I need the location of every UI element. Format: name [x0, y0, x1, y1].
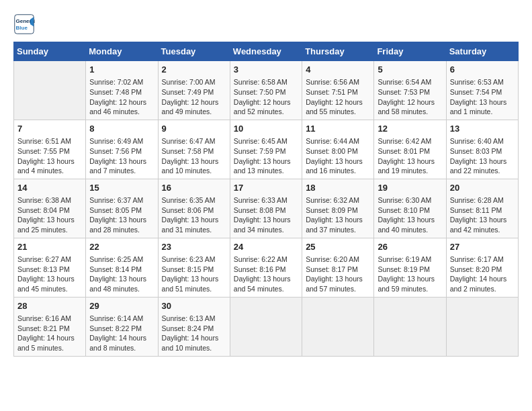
day-number: 19 [378, 182, 442, 194]
calendar-cell: 23Sunrise: 6:23 AMSunset: 8:15 PMDayligh… [158, 238, 230, 297]
day-info: Sunrise: 6:47 AM [162, 136, 226, 146]
logo-icon: General Blue [13, 13, 35, 35]
day-number: 16 [162, 182, 226, 194]
day-info: Sunrise: 6:56 AM [306, 77, 370, 87]
calendar-cell: 26Sunrise: 6:19 AMSunset: 8:19 PMDayligh… [374, 238, 446, 297]
day-info: Sunrise: 6:16 AM [17, 314, 82, 324]
day-info: Sunrise: 6:13 AM [162, 314, 226, 324]
day-info: Sunset: 7:59 PM [234, 146, 298, 156]
day-info: Daylight: 12 hours [162, 97, 226, 107]
calendar-cell: 17Sunrise: 6:33 AMSunset: 8:08 PMDayligh… [230, 179, 302, 238]
day-info: Sunrise: 6:45 AM [234, 136, 298, 146]
day-info: Sunrise: 6:51 AM [17, 136, 82, 146]
day-info: and 31 minutes. [162, 225, 226, 235]
day-info: Sunset: 7:54 PM [450, 87, 515, 97]
day-info: Sunset: 8:20 PM [450, 265, 515, 275]
day-info: Sunset: 7:49 PM [162, 87, 226, 97]
day-info: and 19 minutes. [378, 166, 442, 176]
day-info: Sunrise: 6:37 AM [89, 195, 154, 205]
day-info: and 25 minutes. [17, 225, 82, 235]
day-number: 24 [234, 241, 298, 253]
day-info: Sunset: 8:22 PM [89, 324, 154, 334]
day-info: and 4 minutes. [17, 166, 82, 176]
calendar-cell: 16Sunrise: 6:35 AMSunset: 8:06 PMDayligh… [158, 179, 230, 238]
day-info: Sunrise: 7:02 AM [89, 77, 154, 87]
day-info: Daylight: 13 hours [306, 156, 370, 167]
calendar-cell: 10Sunrise: 6:45 AMSunset: 7:59 PMDayligh… [230, 120, 302, 179]
day-number: 13 [450, 123, 515, 135]
calendar-cell: 22Sunrise: 6:25 AMSunset: 8:14 PMDayligh… [86, 238, 158, 297]
page-header: General Blue [13, 13, 519, 35]
day-info: Sunrise: 6:25 AM [89, 255, 154, 265]
day-info: Sunrise: 6:19 AM [378, 255, 442, 265]
day-info: and 42 minutes. [450, 225, 515, 235]
day-info: and 34 minutes. [234, 225, 298, 235]
day-info: Sunset: 8:15 PM [162, 265, 226, 275]
day-info: Daylight: 13 hours [234, 274, 298, 284]
day-info: Daylight: 13 hours [450, 156, 515, 167]
day-info: and 49 minutes. [162, 107, 226, 117]
calendar-cell [374, 297, 446, 356]
day-info: Sunset: 8:09 PM [306, 205, 370, 216]
day-number: 7 [17, 123, 82, 135]
day-info: Daylight: 13 hours [234, 215, 298, 225]
day-info: Sunset: 7:58 PM [162, 146, 226, 156]
calendar-cell: 18Sunrise: 6:32 AMSunset: 8:09 PMDayligh… [302, 179, 374, 238]
day-info: Daylight: 13 hours [17, 156, 82, 167]
day-info: Daylight: 14 hours [89, 333, 154, 343]
day-info: Sunrise: 6:49 AM [89, 136, 154, 146]
day-info: and 59 minutes. [378, 284, 442, 294]
day-info: and 55 minutes. [306, 107, 370, 117]
day-info: and 16 minutes. [306, 166, 370, 176]
day-info: and 54 minutes. [234, 284, 298, 294]
day-info: and 22 minutes. [450, 166, 515, 176]
calendar-week-row: 14Sunrise: 6:38 AMSunset: 8:04 PMDayligh… [14, 179, 519, 238]
calendar-week-row: 21Sunrise: 6:27 AMSunset: 8:13 PMDayligh… [14, 238, 519, 297]
calendar-cell: 25Sunrise: 6:20 AMSunset: 8:17 PMDayligh… [302, 238, 374, 297]
calendar-cell: 9Sunrise: 6:47 AMSunset: 7:58 PMDaylight… [158, 120, 230, 179]
day-info: Daylight: 13 hours [89, 215, 154, 225]
calendar-cell: 4Sunrise: 6:56 AMSunset: 7:51 PMDaylight… [302, 61, 374, 120]
day-info: and 13 minutes. [234, 166, 298, 176]
day-info: Sunset: 8:08 PM [234, 205, 298, 216]
day-info: Sunset: 8:05 PM [89, 205, 154, 216]
day-info: and 2 minutes. [450, 284, 515, 294]
day-info: Sunset: 8:00 PM [306, 146, 370, 156]
calendar-cell: 2Sunrise: 7:00 AMSunset: 7:49 PMDaylight… [158, 61, 230, 120]
day-info: Daylight: 13 hours [450, 215, 515, 225]
calendar-header-row: SundayMondayTuesdayWednesdayThursdayFrid… [14, 42, 519, 61]
day-info: Sunset: 7:53 PM [378, 87, 442, 97]
calendar-cell: 6Sunrise: 6:53 AMSunset: 7:54 PMDaylight… [446, 61, 518, 120]
day-info: Daylight: 12 hours [89, 97, 154, 107]
day-number: 29 [89, 300, 154, 312]
day-info: Sunrise: 6:14 AM [89, 314, 154, 324]
day-info: Sunrise: 6:42 AM [378, 136, 442, 146]
weekday-header: Wednesday [230, 42, 302, 61]
day-info: Daylight: 12 hours [234, 97, 298, 107]
day-info: Daylight: 13 hours [450, 97, 515, 107]
day-info: Sunset: 8:10 PM [378, 205, 442, 216]
calendar-week-row: 7Sunrise: 6:51 AMSunset: 7:55 PMDaylight… [14, 120, 519, 179]
day-info: Daylight: 13 hours [306, 274, 370, 284]
day-info: and 28 minutes. [89, 225, 154, 235]
day-info: and 10 minutes. [162, 166, 226, 176]
day-info: Sunrise: 6:17 AM [450, 255, 515, 265]
day-info: and 1 minute. [450, 107, 515, 117]
day-info: and 40 minutes. [378, 225, 442, 235]
day-number: 1 [89, 64, 154, 76]
day-info: and 45 minutes. [17, 284, 82, 294]
day-info: Sunrise: 7:00 AM [162, 77, 226, 87]
day-info: Sunrise: 6:53 AM [450, 77, 515, 87]
calendar-cell: 5Sunrise: 6:54 AMSunset: 7:53 PMDaylight… [374, 61, 446, 120]
day-info: and 48 minutes. [89, 284, 154, 294]
day-number: 8 [89, 123, 154, 135]
day-info: and 51 minutes. [162, 284, 226, 294]
day-number: 3 [234, 64, 298, 76]
day-number: 10 [234, 123, 298, 135]
day-number: 11 [306, 123, 370, 135]
day-info: Sunrise: 6:30 AM [378, 195, 442, 205]
day-info: Sunset: 8:03 PM [450, 146, 515, 156]
calendar-cell: 19Sunrise: 6:30 AMSunset: 8:10 PMDayligh… [374, 179, 446, 238]
day-info: Sunrise: 6:33 AM [234, 195, 298, 205]
calendar-cell: 14Sunrise: 6:38 AMSunset: 8:04 PMDayligh… [14, 179, 86, 238]
